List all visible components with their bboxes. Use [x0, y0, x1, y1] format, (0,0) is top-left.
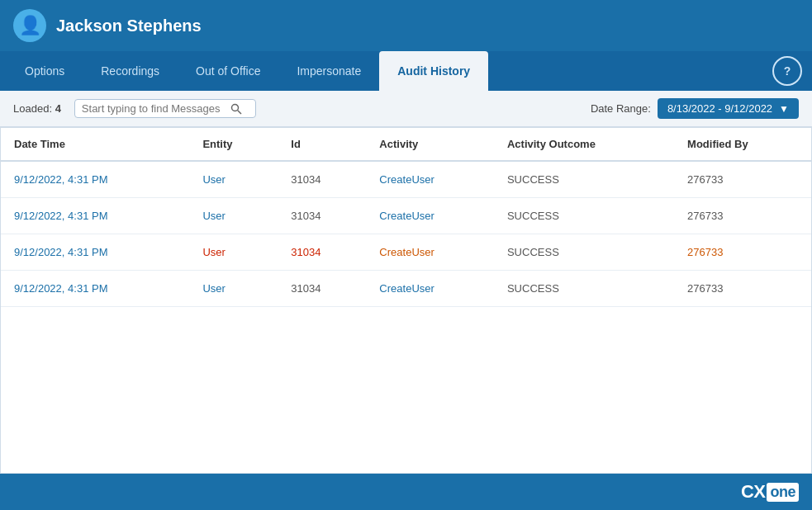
activity-link[interactable]: CreateUser [379, 210, 434, 222]
cell-activity-outcome: SUCCESS [494, 271, 674, 307]
cell-modified-by: 276733 [674, 161, 811, 198]
cell-date-time: 9/12/2022, 4:31 PM [1, 161, 189, 198]
cell-activity-outcome: SUCCESS [494, 161, 674, 198]
cxone-logo: CX one [741, 481, 799, 503]
footer: CX one [0, 474, 812, 510]
id-link: 31034 [291, 210, 321, 222]
cell-date-time: 9/12/2022, 4:31 PM [1, 198, 189, 234]
col-modified-by: Modified By [674, 128, 811, 161]
col-id: Id [278, 128, 366, 161]
table-row[interactable]: 9/12/2022, 4:31 PMUser31034CreateUserSUC… [1, 161, 811, 198]
entity-link[interactable]: User [202, 246, 225, 258]
search-icon-button[interactable] [230, 103, 242, 115]
chevron-down-icon: ▼ [779, 103, 789, 115]
user-name: Jackson Stephens [56, 17, 202, 35]
cell-activity: CreateUser [366, 271, 494, 307]
cell-activity-outcome: SUCCESS [494, 234, 674, 271]
nav-spacer [488, 51, 772, 91]
cell-entity: User [189, 161, 278, 198]
cell-date-time: 9/12/2022, 4:31 PM [1, 271, 189, 307]
id-link: 31034 [291, 173, 321, 186]
search-input[interactable] [82, 102, 230, 115]
logo-cx-text: CX [741, 481, 766, 503]
search-icon [230, 103, 242, 115]
cell-entity: User [189, 234, 278, 271]
search-wrapper [74, 99, 256, 118]
id-link: 31034 [291, 282, 321, 295]
loaded-prefix: Loaded: [13, 102, 52, 115]
col-entity: Entity [189, 128, 278, 161]
date-range-button[interactable]: 8/13/2022 - 9/12/2022 ▼ [658, 98, 799, 119]
cell-modified-by: 276733 [674, 271, 811, 307]
modified-by-value: 276733 [687, 282, 723, 295]
header: 👤 Jackson Stephens [0, 0, 812, 51]
tab-audit-history[interactable]: Audit History [379, 51, 488, 91]
modified-by-value: 276733 [687, 210, 723, 222]
date-time-link[interactable]: 9/12/2022, 4:31 PM [14, 173, 107, 186]
cell-modified-by: 276733 [674, 234, 811, 271]
activity-link[interactable]: CreateUser [379, 282, 434, 295]
table-container: Date Time Entity Id Activity Activity Ou… [0, 127, 812, 474]
logo-box-text: one [767, 483, 799, 502]
svg-line-1 [238, 110, 241, 113]
cell-activity: CreateUser [366, 198, 494, 234]
cell-activity: CreateUser [366, 161, 494, 198]
col-date-time: Date Time [1, 128, 189, 161]
date-time-link[interactable]: 9/12/2022, 4:31 PM [14, 282, 107, 295]
tab-out-of-office[interactable]: Out of Office [178, 51, 278, 91]
cell-id: 31034 [278, 271, 366, 307]
loaded-label: Loaded: 4 [13, 102, 61, 115]
entity-link[interactable]: User [202, 210, 225, 222]
loaded-count: 4 [55, 102, 61, 115]
table-header-row: Date Time Entity Id Activity Activity Ou… [1, 128, 811, 161]
cell-id: 31034 [278, 198, 366, 234]
cell-activity: CreateUser [366, 234, 494, 271]
col-activity: Activity [366, 128, 494, 161]
audit-table: Date Time Entity Id Activity Activity Ou… [1, 128, 811, 307]
table-row[interactable]: 9/12/2022, 4:31 PMUser31034CreateUserSUC… [1, 234, 811, 271]
modified-by-value[interactable]: 276733 [687, 246, 723, 258]
tab-impersonate[interactable]: Impersonate [278, 51, 379, 91]
entity-link[interactable]: User [202, 173, 225, 186]
cell-activity-outcome: SUCCESS [494, 198, 674, 234]
activity-link[interactable]: CreateUser [379, 173, 434, 186]
modified-by-value: 276733 [687, 173, 723, 186]
entity-link[interactable]: User [202, 282, 225, 295]
cell-id: 31034 [278, 234, 366, 271]
help-button[interactable]: ? [772, 56, 802, 86]
nav-options[interactable]: Options [7, 51, 83, 91]
cell-entity: User [189, 271, 278, 307]
user-avatar-icon: 👤 [19, 17, 41, 35]
tab-recordings[interactable]: Recordings [83, 51, 178, 91]
cell-entity: User [189, 198, 278, 234]
date-range-value: 8/13/2022 - 9/12/2022 [667, 102, 772, 115]
cell-modified-by: 276733 [674, 198, 811, 234]
table-row[interactable]: 9/12/2022, 4:31 PMUser31034CreateUserSUC… [1, 198, 811, 234]
cell-date-time: 9/12/2022, 4:31 PM [1, 234, 189, 271]
date-time-link[interactable]: 9/12/2022, 4:31 PM [14, 210, 107, 222]
toolbar: Loaded: 4 Date Range: 8/13/2022 - 9/12/2… [0, 91, 812, 127]
nav-bar: Options Recordings Out of Office Imperso… [0, 51, 812, 91]
date-time-link[interactable]: 9/12/2022, 4:31 PM [14, 246, 107, 258]
date-range-label: Date Range: [591, 102, 651, 115]
table-row[interactable]: 9/12/2022, 4:31 PMUser31034CreateUserSUC… [1, 271, 811, 307]
cell-id: 31034 [278, 161, 366, 198]
avatar: 👤 [13, 9, 46, 42]
id-link[interactable]: 31034 [291, 246, 321, 258]
col-activity-outcome: Activity Outcome [494, 128, 674, 161]
svg-point-0 [231, 104, 238, 111]
activity-link[interactable]: CreateUser [379, 246, 434, 258]
